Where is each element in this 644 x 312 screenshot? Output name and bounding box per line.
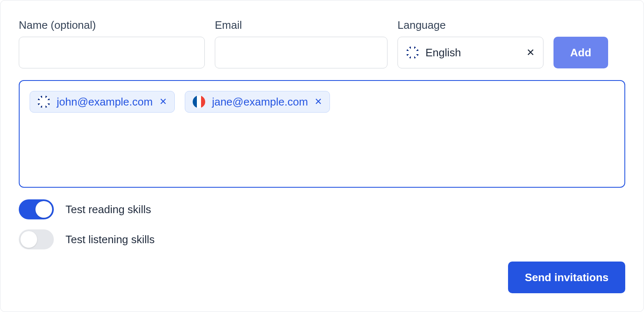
email-input[interactable] xyxy=(215,37,387,68)
invite-card: Name (optional) Email Language English ✕… xyxy=(0,0,644,312)
listening-toggle-row: Test listening skills xyxy=(19,229,625,249)
chip-email: jane@example.com xyxy=(212,96,308,108)
language-field-wrapper: Language English ✕ xyxy=(397,19,543,68)
fr-flag-icon xyxy=(193,96,205,108)
language-select[interactable]: English ✕ xyxy=(397,37,543,68)
language-select-content: English xyxy=(406,46,461,59)
email-label: Email xyxy=(215,19,387,32)
email-field-wrapper: Email xyxy=(215,19,387,68)
name-input[interactable] xyxy=(19,37,205,68)
language-selected-text: English xyxy=(425,46,461,59)
toggle-knob xyxy=(35,201,52,218)
name-label: Name (optional) xyxy=(19,19,205,32)
reading-toggle-row: Test reading skills xyxy=(19,199,625,219)
listening-toggle-label: Test listening skills xyxy=(65,233,155,246)
chip-email: john@example.com xyxy=(57,96,153,108)
listening-toggle[interactable] xyxy=(19,229,54,249)
language-label: Language xyxy=(397,19,543,32)
input-row: Name (optional) Email Language English ✕… xyxy=(19,19,625,68)
add-button[interactable]: Add xyxy=(553,37,608,68)
recipient-chip: jane@example.com ✕ xyxy=(185,91,330,113)
toggles-section: Test reading skills Test listening skill… xyxy=(19,199,625,249)
name-field-wrapper: Name (optional) xyxy=(19,19,205,68)
clear-language-icon[interactable]: ✕ xyxy=(526,48,535,58)
uk-flag-icon xyxy=(406,46,419,59)
recipient-chip: john@example.com ✕ xyxy=(30,91,175,113)
remove-chip-icon[interactable]: ✕ xyxy=(314,97,322,106)
recipients-area[interactable]: john@example.com ✕ jane@example.com ✕ xyxy=(19,80,625,188)
toggle-knob xyxy=(20,231,37,248)
reading-toggle[interactable] xyxy=(19,199,54,219)
send-invitations-button[interactable]: Send invitations xyxy=(508,262,625,293)
uk-flag-icon xyxy=(38,96,50,108)
remove-chip-icon[interactable]: ✕ xyxy=(159,97,167,106)
reading-toggle-label: Test reading skills xyxy=(65,203,151,216)
